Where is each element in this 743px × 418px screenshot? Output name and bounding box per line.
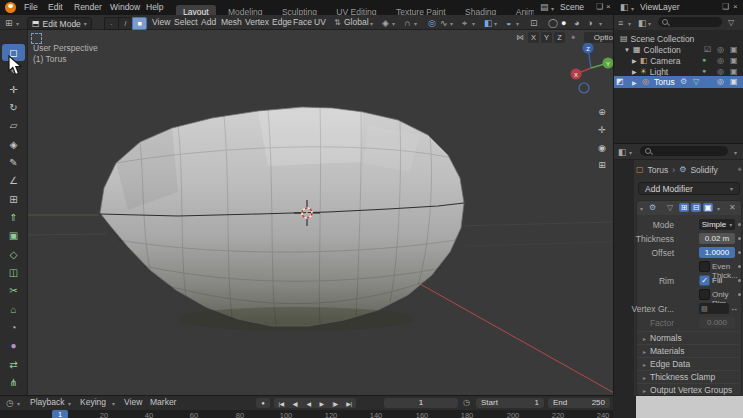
- shading-wireframe-icon[interactable]: ◯: [548, 17, 558, 29]
- only-rim-checkbox[interactable]: [699, 289, 710, 300]
- shading-solid-icon[interactable]: ●: [561, 17, 566, 29]
- proportional-editing-icon[interactable]: ◎: [428, 17, 436, 29]
- workspace-tab-sculpting[interactable]: Sculpting: [275, 5, 324, 15]
- tool-rotate[interactable]: ↻: [2, 99, 25, 116]
- viewlayer-name[interactable]: ViewLayer: [640, 0, 680, 15]
- options-dropdown[interactable]: Options▾: [584, 32, 613, 43]
- pivot-point-icon[interactable]: ◈: [382, 17, 389, 29]
- expand-chevron-icon[interactable]: ▾: [640, 205, 643, 212]
- menu-edit[interactable]: Edit: [48, 0, 63, 15]
- tool-extrude-region[interactable]: ⇑: [2, 209, 25, 226]
- viewport-menu-select[interactable]: Select: [174, 15, 198, 30]
- decorator-dot[interactable]: [738, 251, 741, 254]
- select-mode-edge[interactable]: /: [118, 17, 133, 30]
- jump-start-button[interactable]: |◀: [278, 400, 283, 407]
- light-hide-icon[interactable]: ◎: [717, 67, 724, 76]
- outliner-filter-icon[interactable]: ▽: [728, 17, 734, 29]
- section-materials[interactable]: ▸Materials: [637, 344, 739, 357]
- playhead[interactable]: 1: [52, 410, 68, 418]
- pan-hand-icon[interactable]: ✛: [598, 125, 606, 135]
- outliner-row-scene-collection[interactable]: ▤ Scene Collection: [620, 33, 694, 44]
- vertex-group-swap-button[interactable]: ↔: [730, 304, 738, 313]
- tool-poly-build[interactable]: ⌂: [2, 301, 25, 318]
- decorator-dot[interactable]: [738, 293, 741, 296]
- tool-inset-faces[interactable]: ▣: [2, 227, 25, 244]
- vertex-group-field[interactable]: ▧: [699, 303, 729, 314]
- section-thickness-clamp[interactable]: ▸Thickness Clamp: [637, 370, 739, 383]
- select-mode-vertex[interactable]: ∙: [104, 17, 119, 30]
- current-frame-field[interactable]: 1: [384, 398, 458, 408]
- outliner-search-input[interactable]: [658, 17, 722, 27]
- even-thickness-checkbox[interactable]: [699, 261, 710, 272]
- thickness-field[interactable]: 0.02 m: [699, 233, 735, 244]
- tool-move[interactable]: ✛: [2, 81, 25, 98]
- display-editmode-icon[interactable]: ⊞: [679, 203, 689, 212]
- prev-keyframe-button[interactable]: ◀|: [292, 400, 297, 407]
- shading-material-icon[interactable]: ◕: [574, 17, 579, 29]
- proportional-falloff-icon[interactable]: ∿: [440, 17, 448, 29]
- outliner-row-collection[interactable]: ▼ ▦ Collection: [624, 44, 681, 55]
- scene-new-icon[interactable]: ❏: [596, 1, 603, 13]
- tool-edge-slide[interactable]: ⇄: [2, 356, 25, 373]
- menu-window[interactable]: Window: [110, 0, 140, 15]
- outliner-filter-mode-icon[interactable]: ◧: [638, 17, 647, 29]
- outliner-row-torus-selected[interactable]: ◩ ▶ ◎ Torus ⚙ ▽ ◎ ▣: [614, 76, 743, 88]
- menu-file[interactable]: File: [24, 0, 38, 15]
- tool-add-cube[interactable]: ⊞: [2, 191, 25, 208]
- snap-tweak-icon[interactable]: ⌖: [571, 32, 576, 44]
- viewport-menu-add[interactable]: Add: [201, 15, 216, 30]
- offset-field[interactable]: 1.0000: [699, 247, 735, 258]
- workspace-tab-animation[interactable]: Animation: [509, 5, 534, 15]
- camera-render-icon[interactable]: ▣: [730, 56, 738, 65]
- frame-ruler[interactable]: 20 40 60 80 100 120 140 160 180 200 220 …: [0, 410, 613, 418]
- delete-modifier-icon[interactable]: ✕: [729, 203, 736, 212]
- collapse-arrow-icon[interactable]: ▶: [632, 57, 637, 64]
- show-gizmos-icon[interactable]: ⌖: [462, 17, 467, 29]
- viewlayer-icon[interactable]: ◧: [620, 1, 629, 13]
- decorator-dot[interactable]: [738, 223, 741, 226]
- viewlayer-dropdown-chevron[interactable]: ▾: [631, 5, 634, 12]
- tool-spin[interactable]: ◔: [2, 319, 25, 336]
- tool-knife[interactable]: ✂: [2, 282, 25, 299]
- snap-magnet-icon[interactable]: ∩: [404, 17, 410, 29]
- viewport-menu-face[interactable]: Face: [293, 15, 312, 30]
- section-output-vertex-groups[interactable]: ▸Output Vertex Groups: [637, 383, 739, 396]
- mirror-z-button[interactable]: Z: [554, 32, 565, 43]
- ortho-grid-icon[interactable]: ⊞: [598, 160, 606, 170]
- menu-help[interactable]: Help: [146, 0, 163, 15]
- select-mode-face[interactable]: ■: [132, 17, 147, 30]
- tool-transform[interactable]: ◈: [2, 136, 25, 153]
- section-edge-data[interactable]: ▸Edge Data: [637, 357, 739, 370]
- decorator-dot[interactable]: [738, 279, 741, 282]
- nav-gizmo[interactable]: Z Y X: [571, 43, 614, 94]
- torus-render-icon[interactable]: ▣: [730, 77, 738, 86]
- workspace-tab-shading[interactable]: Shading: [458, 5, 503, 15]
- tool-annotate[interactable]: ✎: [2, 154, 25, 171]
- viewport-menu-view[interactable]: View: [152, 15, 170, 30]
- camera-hide-icon[interactable]: ◎: [717, 56, 724, 65]
- collapse-arrow-icon[interactable]: ▶: [632, 79, 637, 86]
- section-normals[interactable]: ▸Normals: [637, 331, 739, 344]
- viewport-menu-mesh[interactable]: Mesh: [221, 15, 242, 30]
- modifier-extras-icon[interactable]: ▾: [717, 205, 720, 212]
- display-render-icon[interactable]: ▣: [703, 203, 713, 212]
- camera-view-icon[interactable]: ◉: [598, 143, 606, 153]
- add-modifier-button[interactable]: Add Modifier ▾: [638, 182, 740, 195]
- breadcrumb-object[interactable]: Torus: [648, 165, 669, 175]
- tool-loop-cut[interactable]: ◫: [2, 264, 25, 281]
- display-realtime-icon[interactable]: ⊟: [691, 203, 701, 212]
- frame-end-field[interactable]: End250: [548, 398, 610, 408]
- mirror-x-button[interactable]: X: [528, 32, 539, 43]
- timeline-editor-icon[interactable]: ◷: [6, 397, 14, 409]
- workspace-tab-texture-paint[interactable]: Texture Paint: [389, 5, 453, 15]
- mode-dropdown[interactable]: Simple▾: [699, 219, 735, 230]
- jump-end-button[interactable]: ▶|: [346, 400, 351, 407]
- blender-logo[interactable]: [5, 2, 16, 13]
- mode-dropdown[interactable]: ⬒ Edit Mode ▾: [27, 17, 92, 30]
- vertex-group-filter-icon[interactable]: ▽: [667, 203, 673, 212]
- light-render-icon[interactable]: ▣: [730, 67, 738, 76]
- tool-bevel[interactable]: ◇: [2, 246, 25, 263]
- tool-rip-region[interactable]: ⋔: [2, 374, 25, 391]
- timeline-menu-keying[interactable]: Keying: [80, 395, 106, 410]
- properties-search-input[interactable]: [640, 146, 728, 156]
